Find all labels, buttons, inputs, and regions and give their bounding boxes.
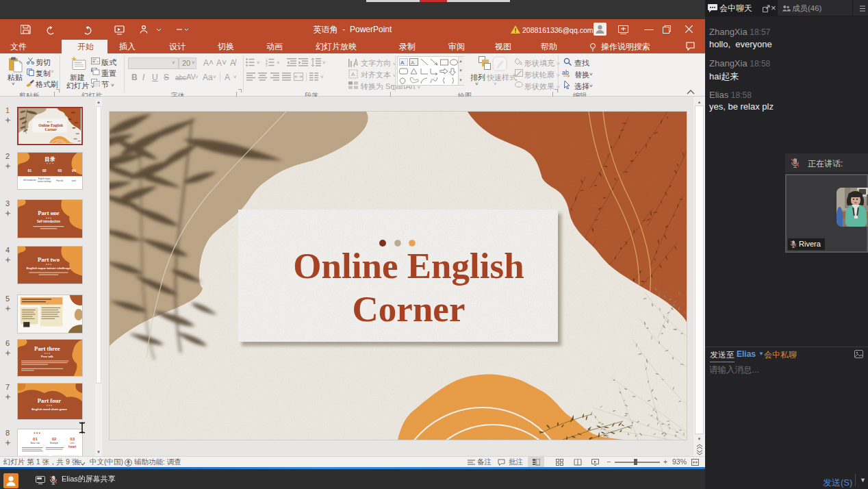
svg-text:Self introduction: Self introduction [23, 179, 36, 181]
svg-text:twister challenge: twister challenge [38, 180, 51, 183]
svg-text:Part one: Part one [38, 210, 60, 216]
svg-text:01: 01 [33, 436, 38, 441]
svg-text:Let's: Let's [71, 442, 75, 444]
svg-text:English word chain game: English word chain game [31, 408, 67, 411]
svg-text:Online English: Online English [38, 123, 64, 127]
svg-text:A: A [400, 60, 405, 66]
svg-text:Part four: Part four [38, 397, 62, 404]
svg-text:A: A [411, 60, 415, 66]
svg-text:3: 3 [266, 64, 268, 66]
svg-text:heart: heart [68, 445, 77, 449]
svg-text:word: word [72, 179, 76, 182]
svg-text:01: 01 [28, 168, 32, 173]
svg-text:A: A [351, 71, 355, 77]
svg-text:Example: Example [50, 442, 58, 444]
svg-text:目录: 目录 [44, 156, 55, 162]
svg-text:03: 03 [58, 168, 62, 173]
svg-text:English togue twister challeng: English togue twister challenge [27, 266, 71, 270]
svg-text:Corner: Corner [44, 127, 57, 131]
svg-text:02: 02 [52, 436, 57, 441]
svg-text:Basic rule: Basic rule [31, 442, 40, 444]
svg-text:Part two: Part two [38, 256, 60, 263]
svg-text:Free talk: Free talk [41, 355, 53, 359]
svg-text:Part three: Part three [34, 345, 60, 352]
svg-text:04: 04 [72, 168, 76, 173]
svg-text:03: 03 [70, 436, 75, 441]
svg-text:Free talk: Free talk [56, 179, 64, 182]
svg-text:02: 02 [42, 168, 47, 173]
svg-text:Self introduction: Self introduction [37, 220, 60, 223]
svg-text:A: A [353, 60, 357, 67]
